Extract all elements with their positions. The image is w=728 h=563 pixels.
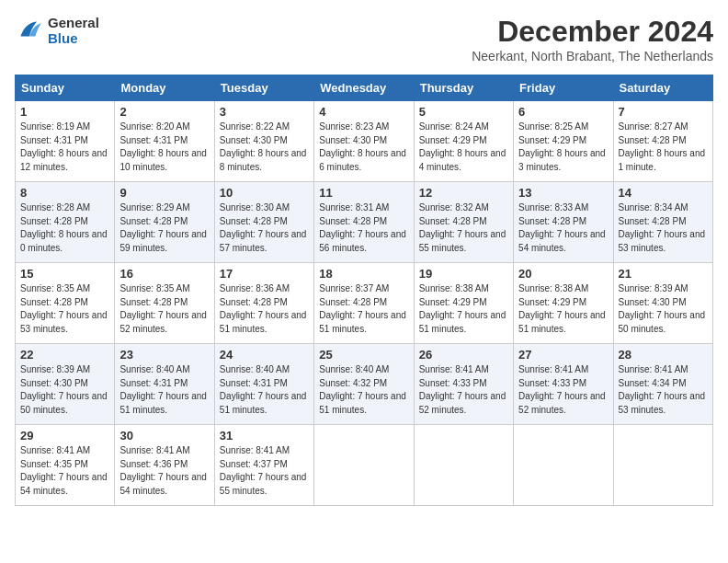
day-info: Sunrise: 8:41 AMSunset: 4:33 PMDaylight:… bbox=[518, 363, 608, 417]
day-info: Sunrise: 8:25 AMSunset: 4:29 PMDaylight:… bbox=[518, 121, 608, 174]
day-number: 9 bbox=[119, 186, 209, 200]
day-info: Sunrise: 8:23 AMSunset: 4:30 PMDaylight:… bbox=[319, 121, 408, 174]
day-info: Sunrise: 8:36 AMSunset: 4:28 PMDaylight:… bbox=[220, 282, 309, 336]
day-number: 23 bbox=[119, 348, 209, 362]
calendar-cell: 8Sunrise: 8:28 AMSunset: 4:28 PMDaylight… bbox=[16, 182, 115, 263]
day-number: 12 bbox=[419, 186, 508, 200]
day-info: Sunrise: 8:31 AMSunset: 4:28 PMDaylight:… bbox=[319, 201, 408, 255]
calendar-cell: 17Sunrise: 8:36 AMSunset: 4:28 PMDayligh… bbox=[214, 263, 313, 344]
calendar-cell bbox=[414, 425, 513, 506]
calendar-cell: 19Sunrise: 8:38 AMSunset: 4:29 PMDayligh… bbox=[414, 263, 513, 344]
day-info: Sunrise: 8:28 AMSunset: 4:28 PMDaylight:… bbox=[20, 201, 109, 255]
month-title: December 2024 bbox=[472, 15, 713, 49]
day-info: Sunrise: 8:39 AMSunset: 4:30 PMDaylight:… bbox=[20, 363, 109, 417]
calendar-cell: 1Sunrise: 8:19 AMSunset: 4:31 PMDaylight… bbox=[16, 101, 115, 182]
calendar-cell: 31Sunrise: 8:41 AMSunset: 4:37 PMDayligh… bbox=[214, 425, 313, 506]
day-number: 5 bbox=[419, 105, 508, 119]
calendar-cell: 27Sunrise: 8:41 AMSunset: 4:33 PMDayligh… bbox=[514, 344, 613, 425]
day-number: 8 bbox=[20, 186, 109, 200]
calendar-cell: 9Sunrise: 8:29 AMSunset: 4:28 PMDaylight… bbox=[115, 182, 214, 263]
calendar-cell: 6Sunrise: 8:25 AMSunset: 4:29 PMDaylight… bbox=[514, 101, 613, 182]
calendar-cell: 25Sunrise: 8:40 AMSunset: 4:32 PMDayligh… bbox=[314, 344, 414, 425]
day-number: 27 bbox=[518, 348, 608, 362]
day-number: 7 bbox=[619, 105, 708, 119]
calendar-week-5: 29Sunrise: 8:41 AMSunset: 4:35 PMDayligh… bbox=[16, 425, 713, 506]
calendar-cell: 16Sunrise: 8:35 AMSunset: 4:28 PMDayligh… bbox=[115, 263, 214, 344]
day-number: 24 bbox=[220, 348, 309, 362]
calendar-cell: 7Sunrise: 8:27 AMSunset: 4:28 PMDaylight… bbox=[613, 101, 712, 182]
calendar-cell bbox=[314, 425, 414, 506]
day-info: Sunrise: 8:38 AMSunset: 4:29 PMDaylight:… bbox=[518, 282, 608, 336]
day-number: 29 bbox=[20, 429, 109, 442]
day-number: 10 bbox=[220, 186, 309, 200]
calendar-cell: 23Sunrise: 8:40 AMSunset: 4:31 PMDayligh… bbox=[115, 344, 214, 425]
col-header-thursday: Thursday bbox=[414, 75, 513, 101]
calendar-cell: 14Sunrise: 8:34 AMSunset: 4:28 PMDayligh… bbox=[613, 182, 712, 263]
day-number: 3 bbox=[220, 105, 309, 119]
day-info: Sunrise: 8:38 AMSunset: 4:29 PMDaylight:… bbox=[419, 282, 508, 336]
calendar-cell: 11Sunrise: 8:31 AMSunset: 4:28 PMDayligh… bbox=[314, 182, 414, 263]
col-header-saturday: Saturday bbox=[613, 75, 712, 101]
day-number: 31 bbox=[220, 429, 309, 442]
day-number: 26 bbox=[419, 348, 508, 362]
calendar-cell: 18Sunrise: 8:37 AMSunset: 4:28 PMDayligh… bbox=[314, 263, 414, 344]
location: Neerkant, North Brabant, The Netherlands bbox=[472, 49, 713, 63]
day-info: Sunrise: 8:32 AMSunset: 4:28 PMDaylight:… bbox=[419, 201, 508, 255]
day-info: Sunrise: 8:40 AMSunset: 4:31 PMDaylight:… bbox=[119, 363, 209, 417]
calendar-cell: 21Sunrise: 8:39 AMSunset: 4:30 PMDayligh… bbox=[613, 263, 712, 344]
day-info: Sunrise: 8:35 AMSunset: 4:28 PMDaylight:… bbox=[119, 282, 209, 336]
day-number: 22 bbox=[20, 348, 109, 362]
calendar-cell: 20Sunrise: 8:38 AMSunset: 4:29 PMDayligh… bbox=[514, 263, 613, 344]
day-number: 19 bbox=[419, 267, 508, 281]
day-info: Sunrise: 8:41 AMSunset: 4:35 PMDaylight:… bbox=[20, 444, 109, 498]
day-info: Sunrise: 8:40 AMSunset: 4:31 PMDaylight:… bbox=[220, 363, 309, 417]
day-info: Sunrise: 8:34 AMSunset: 4:28 PMDaylight:… bbox=[619, 201, 708, 255]
day-info: Sunrise: 8:41 AMSunset: 4:33 PMDaylight:… bbox=[419, 363, 508, 417]
calendar-week-4: 22Sunrise: 8:39 AMSunset: 4:30 PMDayligh… bbox=[16, 344, 713, 425]
day-number: 16 bbox=[119, 267, 209, 281]
day-info: Sunrise: 8:39 AMSunset: 4:30 PMDaylight:… bbox=[619, 282, 708, 336]
day-info: Sunrise: 8:33 AMSunset: 4:28 PMDaylight:… bbox=[518, 201, 608, 255]
day-number: 20 bbox=[518, 267, 608, 281]
col-header-tuesday: Tuesday bbox=[214, 75, 313, 101]
logo: General Blue bbox=[15, 15, 99, 46]
calendar-cell: 30Sunrise: 8:41 AMSunset: 4:36 PMDayligh… bbox=[115, 425, 214, 506]
day-info: Sunrise: 8:22 AMSunset: 4:30 PMDaylight:… bbox=[220, 121, 309, 174]
calendar-cell bbox=[613, 425, 712, 506]
day-number: 11 bbox=[319, 186, 408, 200]
calendar-cell: 5Sunrise: 8:24 AMSunset: 4:29 PMDaylight… bbox=[414, 101, 513, 182]
day-number: 28 bbox=[619, 348, 708, 362]
calendar-cell: 22Sunrise: 8:39 AMSunset: 4:30 PMDayligh… bbox=[16, 344, 115, 425]
day-info: Sunrise: 8:27 AMSunset: 4:28 PMDaylight:… bbox=[619, 121, 708, 174]
day-number: 15 bbox=[20, 267, 109, 281]
day-number: 2 bbox=[119, 105, 209, 119]
day-info: Sunrise: 8:41 AMSunset: 4:37 PMDaylight:… bbox=[220, 444, 309, 498]
calendar-cell: 10Sunrise: 8:30 AMSunset: 4:28 PMDayligh… bbox=[214, 182, 313, 263]
day-number: 17 bbox=[220, 267, 309, 281]
day-info: Sunrise: 8:40 AMSunset: 4:32 PMDaylight:… bbox=[319, 363, 408, 417]
day-number: 1 bbox=[20, 105, 109, 119]
header-row: SundayMondayTuesdayWednesdayThursdayFrid… bbox=[16, 75, 713, 101]
day-number: 21 bbox=[619, 267, 708, 281]
day-number: 4 bbox=[319, 105, 408, 119]
day-info: Sunrise: 8:19 AMSunset: 4:31 PMDaylight:… bbox=[20, 121, 109, 174]
day-info: Sunrise: 8:41 AMSunset: 4:34 PMDaylight:… bbox=[619, 363, 708, 417]
logo-icon bbox=[15, 16, 44, 45]
day-number: 25 bbox=[319, 348, 408, 362]
col-header-sunday: Sunday bbox=[16, 75, 115, 101]
day-info: Sunrise: 8:20 AMSunset: 4:31 PMDaylight:… bbox=[119, 121, 209, 174]
calendar-week-2: 8Sunrise: 8:28 AMSunset: 4:28 PMDaylight… bbox=[16, 182, 713, 263]
calendar-cell: 2Sunrise: 8:20 AMSunset: 4:31 PMDaylight… bbox=[115, 101, 214, 182]
calendar-cell: 26Sunrise: 8:41 AMSunset: 4:33 PMDayligh… bbox=[414, 344, 513, 425]
calendar-week-3: 15Sunrise: 8:35 AMSunset: 4:28 PMDayligh… bbox=[16, 263, 713, 344]
calendar-cell bbox=[514, 425, 613, 506]
day-info: Sunrise: 8:29 AMSunset: 4:28 PMDaylight:… bbox=[119, 201, 209, 255]
calendar-cell: 4Sunrise: 8:23 AMSunset: 4:30 PMDaylight… bbox=[314, 101, 414, 182]
calendar-cell: 13Sunrise: 8:33 AMSunset: 4:28 PMDayligh… bbox=[514, 182, 613, 263]
day-number: 13 bbox=[518, 186, 608, 200]
calendar-week-1: 1Sunrise: 8:19 AMSunset: 4:31 PMDaylight… bbox=[16, 101, 713, 182]
calendar-cell: 15Sunrise: 8:35 AMSunset: 4:28 PMDayligh… bbox=[16, 263, 115, 344]
calendar-cell: 28Sunrise: 8:41 AMSunset: 4:34 PMDayligh… bbox=[613, 344, 712, 425]
day-info: Sunrise: 8:35 AMSunset: 4:28 PMDaylight:… bbox=[20, 282, 109, 336]
day-info: Sunrise: 8:41 AMSunset: 4:36 PMDaylight:… bbox=[119, 444, 209, 498]
